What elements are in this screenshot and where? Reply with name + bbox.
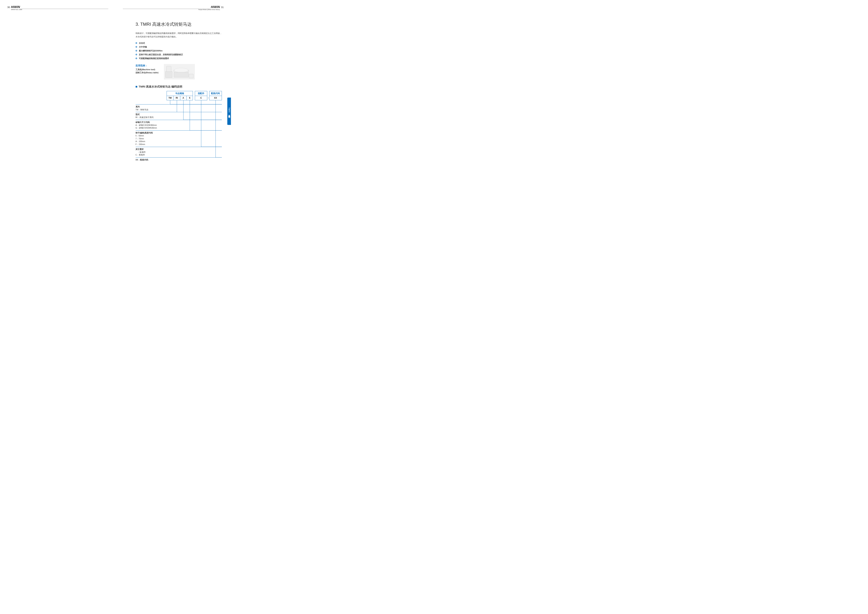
applications-heading: 应用范例： xyxy=(136,64,158,67)
explain-other: 其它需求 ：标准件 C：客制件 xyxy=(136,147,222,157)
page-number-right: 31 xyxy=(221,6,224,9)
brand-right: HIWIN xyxy=(198,5,220,9)
right-page: HIWIN Torque Motor (Direct Drive Motor) … xyxy=(116,0,231,163)
left-page: 30 HIWIN MR99TS01-1800 xyxy=(0,0,116,163)
explain-list: 系列 TM：转矩马达 型式 RI：高速定转子系列 矽钢片尺寸代码 A：矽钢片外径… xyxy=(136,104,222,162)
brand-sub-right: Torque Motor (Direct Drive Motor) xyxy=(198,9,220,10)
header-rule-left xyxy=(20,9,108,9)
application-item: 工具机(Machine tool) xyxy=(136,68,158,71)
explain-wire: XX：配线代码 xyxy=(136,157,222,162)
page-number-left: 30 xyxy=(7,6,10,9)
svg-rect-0 xyxy=(165,71,172,78)
th-spec: 马达规格 xyxy=(167,91,193,96)
th-wire: 配线代码 xyxy=(209,91,222,96)
explain-rotor: 转子(磁铁)高度代码 5：50mm 7：70mm A：100mm F：150mm xyxy=(136,131,222,147)
code-5: 5 xyxy=(186,96,193,100)
code-a: A xyxy=(180,96,186,100)
explain-series: 系列 TM：转矩马达 xyxy=(136,104,222,112)
brand-sub-left: MR99TS01-1800 xyxy=(11,9,22,10)
header-right: HIWIN Torque Motor (Direct Drive Motor) … xyxy=(123,5,224,10)
svg-rect-1 xyxy=(166,66,171,72)
code-table: 马达规格 选配件 配线代码 TM RI A 5 C xyxy=(167,91,222,100)
code-tm: TM xyxy=(167,96,174,100)
svg-point-3 xyxy=(174,68,188,72)
header-rule-right xyxy=(123,9,211,9)
svg-rect-5 xyxy=(189,74,194,78)
explain-size: 矽钢片尺寸代码 A：矽钢片外径Φ360mm G：矽钢片外径Φ530mm xyxy=(136,120,222,131)
code-table-wrap: 马达规格 选配件 配线代码 TM RI A 5 C xyxy=(167,91,222,100)
section-title: 3. TMRI 高速水冷式转矩马达 xyxy=(136,21,222,27)
code-c: C xyxy=(195,96,207,100)
th-option: 选配件 xyxy=(195,91,207,96)
explain-type: 型式 RI：高速定转子系列 xyxy=(136,112,222,120)
code-dash: - xyxy=(207,96,209,100)
intro-text: 特殊设计，可搭配弱磁控制达到极高转速需求，同时适用各种需要大输出且精准定位之工业… xyxy=(136,31,222,38)
header-left: 30 HIWIN MR99TS01-1800 xyxy=(7,5,108,10)
feature-item: 定转子同心校正固定出货，安装简易无须重新校正 xyxy=(136,53,222,56)
feature-list: 水冷式 大中空轴 最大瞬间转矩可达5300Nm 定转子同心校正固定出货，安装简易… xyxy=(136,41,222,60)
code-xx: XX xyxy=(209,96,222,100)
code-ri: RI xyxy=(174,96,180,100)
applications-row: 应用范例： 工具机(Machine tool) 回转工作台(Rotary tab… xyxy=(136,64,222,79)
feature-item: 可搭配弱磁控制满足更高转速需求 xyxy=(136,56,222,61)
side-tab: TMRI 高速水冷式轉矩馬達 xyxy=(227,98,231,125)
feature-item: 水冷式 xyxy=(136,41,222,45)
coding-subheading: TMRI 高速水冷式转矩马达 编码说明 xyxy=(136,85,222,89)
svg-rect-4 xyxy=(174,72,189,77)
brand-left: HIWIN xyxy=(11,5,22,9)
rotary-table-image xyxy=(164,64,195,79)
feature-item: 大中空轴 xyxy=(136,45,222,49)
application-item: 回转工作台(Rotary table) xyxy=(136,71,158,75)
feature-item: 最大瞬间转矩可达5300Nm xyxy=(136,49,222,53)
